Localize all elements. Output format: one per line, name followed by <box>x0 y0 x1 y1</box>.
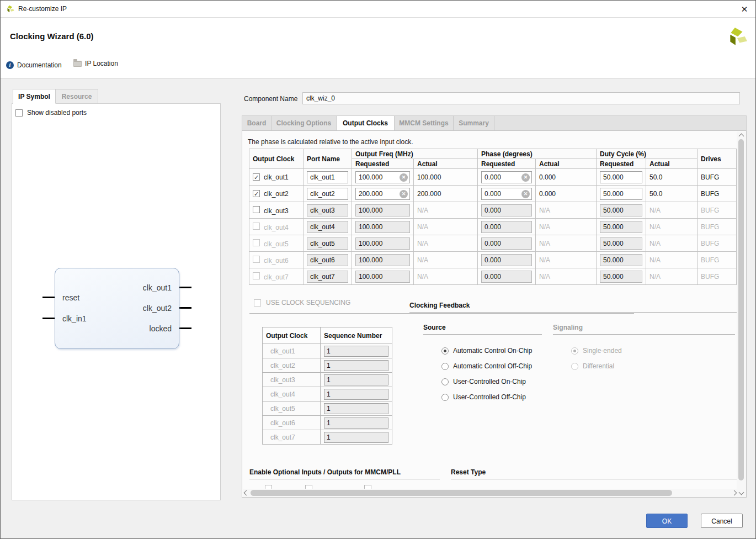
output-clocks-panel: The phase is calculated relative to the … <box>242 130 747 498</box>
divider <box>249 479 440 479</box>
output-clock-enable-checkbox[interactable]: ✓ <box>253 173 260 181</box>
freq-requested-field: 100.000 <box>355 204 410 216</box>
radio-user-controlled-on-chip[interactable]: User-Controlled On-Chip <box>441 378 526 385</box>
tab-mmcm-settings[interactable]: MMCM Settings <box>395 116 454 131</box>
duty-requested-field[interactable]: 50.000 <box>600 188 642 200</box>
col-seq-output-clock: Output Clock <box>263 327 321 344</box>
output-clock-enable-checkbox[interactable] <box>253 206 260 213</box>
output-clock-name: clk_out2 <box>264 190 289 198</box>
tab-ip-symbol[interactable]: IP Symbol <box>13 89 56 104</box>
clk-out2-pin <box>179 307 191 309</box>
show-disabled-ports-label: Show disabled ports <box>27 109 87 117</box>
clear-icon[interactable]: ✕ <box>400 173 408 182</box>
divider <box>249 313 634 314</box>
tab-summary[interactable]: Summary <box>454 116 494 131</box>
drives-value: BUFG <box>698 202 737 219</box>
scroll-up-icon[interactable] <box>739 134 744 139</box>
output-clock-enable-checkbox[interactable] <box>253 223 260 230</box>
sequence-number-field: 1 <box>324 374 388 385</box>
radio-user-controlled-off-chip[interactable]: User-Controlled Off-Chip <box>441 393 526 401</box>
documentation-label: Documentation <box>17 61 62 69</box>
sequence-clock-name: clk_out4 <box>263 387 321 401</box>
freq-requested-field: 100.000 <box>355 221 410 233</box>
tab-resource[interactable]: Resource <box>55 89 98 104</box>
sequence-row: clk_out21 <box>263 358 392 373</box>
phase-requested-field[interactable]: 0.000✕ <box>481 171 532 183</box>
component-name-input[interactable]: clk_wiz_0 <box>302 92 740 104</box>
phase-requested-field[interactable]: 0.000✕ <box>481 188 532 200</box>
output-clock-enable-checkbox[interactable] <box>253 272 260 279</box>
cancel-button[interactable]: Cancel <box>701 514 743 528</box>
re-customize-ip-dialog: Re-customize IP ✕ Clocking Wizard (6.0) … <box>0 0 756 539</box>
duty-actual-value: 50.0 <box>646 169 698 186</box>
close-icon[interactable]: ✕ <box>739 4 750 15</box>
left-tab-strip: IP Symbol Resource <box>12 89 221 104</box>
tab-board[interactable]: Board <box>242 116 271 131</box>
freq-requested-field: 100.000 <box>355 271 410 283</box>
radio-single-ended: Single-ended <box>571 347 622 355</box>
clear-icon[interactable]: ✕ <box>521 190 530 198</box>
use-clock-sequencing-checkbox[interactable] <box>254 299 261 307</box>
show-disabled-ports-checkbox[interactable] <box>15 109 23 117</box>
clear-icon[interactable]: ✕ <box>521 173 530 182</box>
col-output-freq: Output Freq (MHz) <box>352 149 478 159</box>
freq-requested-field: 100.000 <box>355 237 410 250</box>
freq-requested-field: 100.000 <box>355 254 410 266</box>
optional-io-title: Enable Optional Inputs / Outputs for MMC… <box>249 468 401 476</box>
ok-button[interactable]: OK <box>646 514 688 528</box>
output-clock-row: clk_out7clk_out7100.000N/A0.000N/A50.000… <box>249 268 737 285</box>
output-clock-row: clk_out4clk_out4100.000N/A0.000N/A50.000… <box>249 219 737 235</box>
col-phase: Phase (degrees) <box>478 149 597 159</box>
input-port-label: clk_in1 <box>62 314 87 323</box>
page-title: Clocking Wizard (6.0) <box>10 31 94 41</box>
vertical-scrollbar[interactable] <box>737 131 746 497</box>
title-bar: Re-customize IP ✕ <box>1 1 756 18</box>
clear-icon[interactable]: ✕ <box>400 190 408 198</box>
port-name-field[interactable]: clk_out2 <box>307 188 348 200</box>
sequence-clock-name: clk_out3 <box>263 373 321 387</box>
vertical-scrollbar-thumb[interactable] <box>738 139 744 480</box>
tab-output-clocks[interactable]: Output Clocks <box>337 116 395 131</box>
output-clock-name: clk_out3 <box>264 207 289 215</box>
col-phase-actual: Actual <box>536 159 597 169</box>
radio-icon <box>571 363 578 370</box>
radio-label: Automatic Control Off-Chip <box>453 362 532 370</box>
duty-actual-value: N/A <box>646 252 698 268</box>
horizontal-scrollbar[interactable] <box>243 489 738 497</box>
col-freq-actual: Actual <box>414 159 478 169</box>
output-clock-enable-checkbox[interactable] <box>253 239 260 246</box>
radio-label: Differential <box>583 362 614 370</box>
freq-actual-value: N/A <box>414 252 478 268</box>
port-name-field: clk_out6 <box>307 254 348 266</box>
duty-requested-field[interactable]: 50.000 <box>600 171 642 183</box>
output-clock-row: ✓clk_out2clk_out2200.000✕200.0000.000✕0.… <box>249 186 737 202</box>
output-clock-enable-checkbox[interactable] <box>253 256 260 263</box>
documentation-link[interactable]: i Documentation <box>6 61 62 69</box>
output-clock-row: clk_out5clk_out5100.000N/A0.000N/A50.000… <box>249 235 737 252</box>
scroll-down-icon[interactable] <box>739 490 744 495</box>
drives-value: BUFG <box>698 219 737 235</box>
sequence-clock-name: clk_out2 <box>263 358 321 373</box>
port-name-field: clk_out4 <box>307 221 348 233</box>
output-clock-enable-checkbox[interactable]: ✓ <box>253 190 260 197</box>
duty-actual-value: N/A <box>646 202 698 219</box>
sequence-clock-name: clk_out1 <box>263 344 321 358</box>
horizontal-scrollbar-thumb[interactable] <box>251 490 672 496</box>
radio-automatic-control-off-chip[interactable]: Automatic Control Off-Chip <box>441 362 532 370</box>
ip-symbol-block: reset clk_in1 clk_out1 clk_out2 locked <box>55 268 179 349</box>
tab-clocking-options[interactable]: Clocking Options <box>271 116 337 131</box>
drives-value: BUFG <box>698 235 737 252</box>
drives-value: BUFG <box>698 252 737 268</box>
port-name-field[interactable]: clk_out1 <box>307 171 348 183</box>
scroll-left-icon[interactable] <box>244 490 249 496</box>
scroll-right-icon[interactable] <box>732 490 737 496</box>
radio-automatic-control-on-chip[interactable]: Automatic Control On-Chip <box>441 347 532 355</box>
clk-out1-pin <box>179 287 191 288</box>
use-clock-sequencing-label: USE CLOCK SEQUENCING <box>266 299 350 307</box>
source-title: Source <box>423 324 446 331</box>
clocking-feedback-title: Clocking Feedback <box>409 302 470 309</box>
freq-requested-field[interactable]: 100.000✕ <box>355 171 410 183</box>
info-icon: i <box>6 61 14 69</box>
freq-requested-field[interactable]: 200.000✕ <box>355 188 410 200</box>
ip-location-link[interactable]: IP Location <box>73 60 118 67</box>
